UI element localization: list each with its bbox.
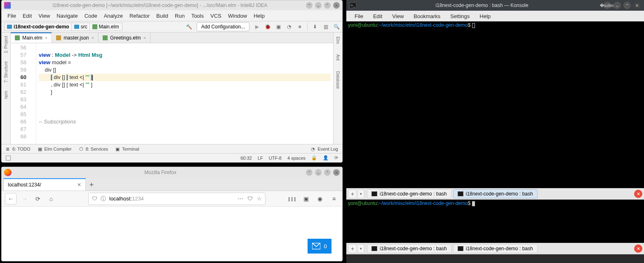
close-pane-button[interactable]: ✕	[634, 190, 642, 198]
menu-run[interactable]: Run	[172, 12, 187, 20]
menu-vcs[interactable]: VCS	[208, 12, 224, 20]
tool-event-log[interactable]: ◔Event Log	[311, 147, 338, 151]
konsole-titlebar[interactable]: >_ i18next-code-gen-demo : bash — Konsol…	[346, 0, 644, 11]
menu-build[interactable]: Build	[154, 12, 171, 20]
menu-refactor[interactable]: Refactor	[127, 12, 152, 20]
tab-master-json[interactable]: master.json×	[52, 33, 99, 43]
library-icon[interactable]: ⫿⫿⫿	[287, 194, 297, 204]
menu-edit[interactable]: Edit	[369, 12, 386, 20]
menu-file[interactable]: File	[5, 12, 19, 20]
tool-ant[interactable]: Ant	[336, 53, 340, 62]
vcs-update-icon[interactable]: ⬇	[312, 23, 318, 30]
window-minimize-icon[interactable]: ⌄	[613, 2, 621, 9]
breadcrumb-folder[interactable]: src	[71, 23, 91, 31]
menu-settings[interactable]: Settings	[446, 12, 474, 20]
terminal-pane-mid[interactable]: yoni@ubuntu:~/work/misc/elm/i18next-code…	[346, 200, 644, 243]
tab-main-elm[interactable]: Main.elm×	[11, 33, 52, 43]
url-bar[interactable]: 🛡 ⓘ localhost:1234 ⋯ 🛡 ☆	[88, 193, 266, 205]
new-tab-dropdown-icon[interactable]: ▾	[358, 189, 364, 198]
window-keep-above-icon[interactable]: �suited	[604, 2, 611, 9]
fold-gutter[interactable]	[31, 43, 36, 144]
new-tab-dropdown-icon[interactable]: ▾	[358, 244, 364, 253]
tool-structure[interactable]: 7: Structure	[4, 60, 8, 84]
indent-settings[interactable]: 4 spaces	[287, 156, 306, 161]
tool-database[interactable]: Database	[336, 70, 340, 91]
menu-view[interactable]: View	[36, 12, 52, 20]
reload-button[interactable]: ⟳	[33, 194, 43, 204]
page-actions-icon[interactable]: ⋯	[238, 196, 243, 202]
terminal-tab[interactable]: i18next-code-gen-demo : bash	[453, 244, 538, 253]
tool-services[interactable]: ⎔8: Services	[79, 147, 108, 151]
site-info-icon[interactable]: ⓘ	[101, 195, 106, 202]
menu-analyze[interactable]: Analyze	[101, 12, 125, 20]
menu-view[interactable]: View	[388, 12, 408, 20]
terminal-tab-active[interactable]: i18next-code-gen-demo : bash	[453, 189, 538, 198]
menu-code[interactable]: Code	[82, 12, 100, 20]
firefox-titlebar[interactable]: Mozilla Firefox ⌃ ⌄ ⌃ ✕	[2, 167, 342, 178]
add-configuration-button[interactable]: Add Configuration...	[197, 22, 249, 31]
tool-elm-compiler[interactable]: ▦Elm Compiler	[38, 147, 72, 151]
window-pin-icon[interactable]: ⌃	[306, 2, 313, 9]
app-menu-icon[interactable]: ≡	[329, 194, 339, 204]
new-tab-button[interactable]: +	[348, 189, 357, 198]
run-icon[interactable]: ▶	[254, 23, 260, 30]
menu-help[interactable]: Help	[475, 12, 495, 20]
window-close-icon[interactable]: ✕	[333, 169, 340, 176]
stop-icon[interactable]: ■	[296, 23, 303, 30]
reader-mode-icon[interactable]: 🛡	[247, 196, 253, 202]
line-separator[interactable]: LF	[258, 156, 263, 161]
code-text[interactable]: view : Model -> Html Msgview model = div…	[36, 43, 333, 144]
menu-bookmarks[interactable]: Bookmarks	[409, 12, 444, 20]
menu-file[interactable]: File	[350, 12, 367, 20]
tool-project[interactable]: 1: Project	[4, 34, 8, 55]
window-close-icon[interactable]: ✕	[633, 2, 641, 9]
file-encoding[interactable]: UTF-8	[269, 156, 282, 161]
tab-close-icon[interactable]: ×	[45, 35, 47, 40]
window-pin-icon[interactable]: ⌃	[306, 169, 313, 176]
search-everywhere-icon[interactable]: 🔍	[333, 23, 340, 30]
back-button[interactable]: ←	[5, 193, 16, 205]
sidebar-icon[interactable]: ▣	[301, 194, 311, 204]
status-toggle-icon[interactable]	[6, 156, 11, 161]
tab-close-icon[interactable]: ×	[91, 35, 94, 40]
breadcrumb-file[interactable]: Main.elm	[89, 23, 123, 31]
code-area[interactable]: 56575859606162636465666768 view : Model …	[11, 43, 333, 144]
debug-icon[interactable]: 🐞	[264, 23, 271, 30]
menu-navigate[interactable]: Navigate	[54, 12, 80, 20]
terminal-tab[interactable]: i18next-code-gen-demo : bash	[367, 244, 451, 253]
tracking-shield-icon[interactable]: 🛡	[92, 196, 97, 202]
account-icon[interactable]: ◉	[315, 194, 325, 204]
tab-close-icon[interactable]: ×	[143, 35, 146, 40]
window-maximize-icon[interactable]: ⌃	[324, 169, 331, 176]
tool-terminal[interactable]: ▣Terminal	[115, 147, 139, 151]
close-pane-button[interactable]: ✕	[634, 244, 642, 253]
tab-close-icon[interactable]: ✕	[77, 182, 81, 188]
browser-tab[interactable]: localhost:1234/ ✕	[3, 178, 86, 191]
window-maximize-icon[interactable]: ⌃	[324, 2, 331, 9]
tab-greetings-elm[interactable]: Greetings.elm×	[99, 33, 150, 43]
new-tab-button[interactable]: +	[348, 244, 357, 253]
lock-icon[interactable]: 🔒	[311, 155, 317, 161]
tool-todo[interactable]: ≣6: TODO	[6, 147, 31, 151]
build-hammer-icon[interactable]: 🔨	[186, 23, 193, 30]
terminal-tab[interactable]: i18next-code-gen-demo : bash	[367, 189, 451, 198]
profile-icon[interactable]: ◔	[286, 23, 292, 30]
home-button[interactable]: ⌂	[46, 194, 56, 204]
menu-help[interactable]: Help	[251, 12, 267, 20]
forward-button[interactable]: →	[20, 194, 30, 204]
new-tab-button[interactable]: +	[86, 179, 97, 191]
menu-tools[interactable]: Tools	[189, 12, 206, 20]
bookmark-star-icon[interactable]: ☆	[257, 196, 262, 202]
window-maximize-icon[interactable]: ⌃	[623, 2, 631, 9]
menu-window[interactable]: Window	[226, 12, 249, 20]
tool-npm[interactable]: npm	[4, 89, 8, 100]
coverage-icon[interactable]: ▣	[275, 23, 282, 30]
menu-edit[interactable]: Edit	[20, 12, 34, 20]
mail-notification-badge[interactable]: 0	[308, 239, 331, 254]
window-close-icon[interactable]: ✕	[333, 2, 340, 9]
project-structure-icon[interactable]: ▥	[322, 23, 329, 30]
intellij-titlebar[interactable]: i18next-code-gen-demo [~/work/misc/elm/i…	[2, 0, 342, 10]
breadcrumb-project[interactable]: i18next-code-gen-demo	[4, 23, 73, 31]
tool-elm[interactable]: Elm	[336, 35, 340, 45]
window-minimize-icon[interactable]: ⌄	[315, 169, 322, 176]
